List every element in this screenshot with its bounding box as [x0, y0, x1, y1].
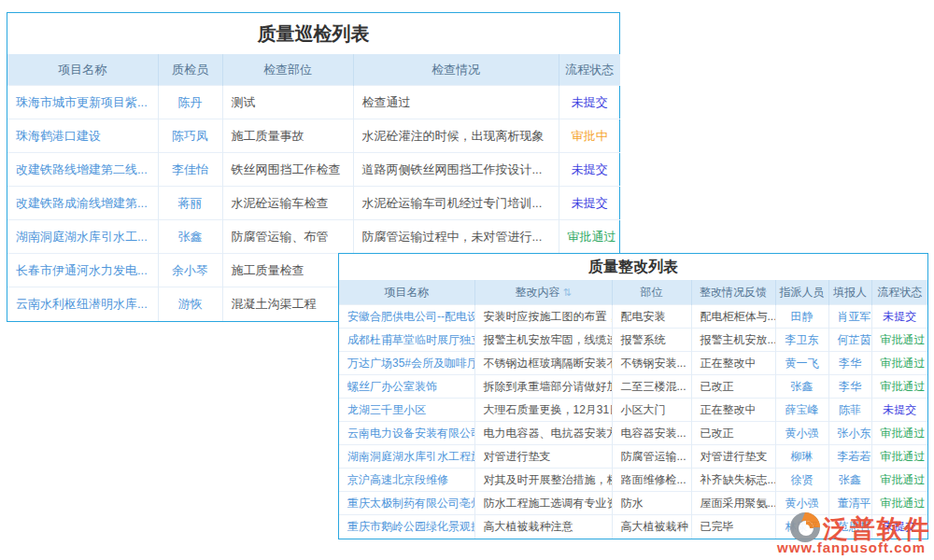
reporter-link[interactable]: 何芷茵	[828, 329, 871, 352]
status-badge: 未提交	[871, 305, 927, 329]
table-row: 珠海鹤港口建设陈巧凤施工质量事故水泥砼灌注的时候，出现离析现象审批中	[7, 119, 620, 153]
watermark-url-text: www.fanpusoft.com	[777, 539, 926, 555]
project-link[interactable]: 湖南洞庭湖水库引水工程施工标	[339, 445, 474, 469]
inspected-part-cell: 测试	[222, 86, 353, 119]
project-link[interactable]: 螺丝厂办公室装饰	[339, 375, 474, 399]
table-row: 螺丝厂办公室装饰拆除到承重墙部分请做好加固...二至三楼混...已改正张鑫李华审…	[339, 375, 927, 399]
project-link[interactable]: 万达广场35#会所及咖啡厅空...	[339, 352, 474, 375]
feedback-cell: 补齐缺失标志...	[691, 469, 775, 492]
table-row: 湖南洞庭湖水库引水工...张鑫防腐管运输、布管防腐管运输过程中，未对管进行...…	[7, 220, 620, 254]
inspected-part-cell: 水泥砼运输车检查	[222, 187, 353, 220]
part-cell: 电容器安装...	[612, 422, 691, 445]
part-cell: 配电安装	[612, 305, 691, 329]
reporter-link[interactable]: 张小东	[828, 422, 871, 445]
reporter-link[interactable]: 范思哲	[828, 515, 871, 539]
part-cell: 防腐管运输...	[612, 445, 691, 469]
table-row: 成都杜甫草堂临时展厅独立展...报警主机安放牢固，线缆连接...报警系统报警主机…	[339, 329, 927, 352]
table-row: 改建铁路线增建第二线...李佳怡铁丝网围挡工作检查道路两侧铁丝网围挡工作按设计.…	[7, 153, 620, 187]
rectify-content-cell: 拆除到承重墙部分请做好加固...	[474, 375, 612, 399]
project-link[interactable]: 改建铁路成渝线增建第...	[7, 187, 158, 220]
rectify-content-cell: 大理石质量更换，12月31日之...	[474, 399, 612, 422]
col-header-inspector: 质检员	[158, 54, 222, 86]
assignee-link[interactable]: 徐贤	[775, 469, 828, 492]
feedback-cell: 已改正	[691, 375, 775, 399]
assignee-link[interactable]: 张鑫	[775, 375, 828, 399]
project-link[interactable]: 珠海鹤港口建设	[7, 119, 158, 153]
table-row: 万达广场35#会所及咖啡厅空...不锈钢边框玻璃隔断安装不牢...不锈钢安装..…	[339, 352, 927, 375]
project-link[interactable]: 重庆太极制药有限公司亳州中...	[339, 492, 474, 515]
reporter-link[interactable]: 李华	[828, 352, 871, 375]
col-header-rectify-content[interactable]: 整改内容⇅	[474, 280, 612, 305]
table-row: 改建铁路成渝线增建第...蒋丽水泥砼运输车检查水泥砼运输车司机经过专门培训...…	[7, 187, 620, 220]
inspected-part-cell: 施工质量事故	[222, 119, 353, 153]
project-link[interactable]: 改建铁路线增建第二线...	[7, 153, 158, 187]
reporter-link[interactable]: 陈菲	[828, 399, 871, 422]
table-row: 云南电力设备安装有限公司20...电力电容器、电抗器安装方案,...电容器安装.…	[339, 422, 927, 445]
project-link[interactable]: 成都杜甫草堂临时展厅独立展...	[339, 329, 474, 352]
inspector-link[interactable]: 陈巧凤	[158, 119, 222, 153]
inspection-situation-cell: 道路两侧铁丝网围挡工作按设计...	[353, 153, 559, 187]
sort-icon[interactable]: ⇅	[562, 287, 571, 298]
rectify-content-cell: 对管进行垫支	[474, 445, 612, 469]
reporter-link[interactable]: 张鑫	[828, 469, 871, 492]
inspected-part-cell: 混凝土沟渠工程	[222, 287, 353, 321]
inspected-part-cell: 铁丝网围挡工作检查	[222, 153, 353, 187]
reporter-link[interactable]: 董清平	[828, 492, 871, 515]
assignee-link[interactable]: 林康平	[775, 515, 828, 539]
assignee-link[interactable]: 黄一飞	[775, 352, 828, 375]
part-cell: 小区大门	[612, 399, 691, 422]
assignee-link[interactable]: 薛宝峰	[775, 399, 828, 422]
feedback-cell: 已改正	[691, 422, 775, 445]
project-link[interactable]: 长春市伊通河水力发电...	[7, 254, 158, 287]
reporter-link[interactable]: 李华	[828, 375, 871, 399]
col-header-feedback: 整改情况反馈	[691, 280, 775, 305]
assignee-link[interactable]: 李卫东	[775, 329, 828, 352]
inspection-situation-cell: 水泥砼运输车司机经过专门培训...	[353, 187, 559, 220]
table-row: 湖南洞庭湖水库引水工程施工标对管进行垫支防腐管运输...对管进行垫支柳琳李若若审…	[339, 445, 927, 469]
inspector-link[interactable]: 张鑫	[158, 220, 222, 254]
inspected-part-cell: 防腐管运输、布管	[222, 220, 353, 254]
reporter-link[interactable]: 李若若	[828, 445, 871, 469]
rectification-list-title: 质量整改列表	[339, 254, 927, 280]
inspector-link[interactable]: 余小琴	[158, 254, 222, 287]
status-badge: 未提交	[871, 515, 927, 539]
col-header-inspection-situation: 检查情况	[353, 54, 559, 86]
assignee-link[interactable]: 黄小强	[775, 492, 828, 515]
col-header-assignee: 指派人员	[775, 280, 828, 305]
feedback-cell: 屋面采用聚氨...	[691, 492, 775, 515]
col-header-project-name: 项目名称	[7, 54, 158, 86]
project-link[interactable]: 重庆市鹅岭公园绿化景观提升...	[339, 515, 474, 539]
col-header-inspected-part: 检查部位	[222, 54, 353, 86]
feedback-cell: 配电柜柜体与...	[691, 305, 775, 329]
rectify-content-cell: 防水工程施工选调有专业资质...	[474, 492, 612, 515]
reporter-link[interactable]: 肖亚军	[828, 305, 871, 329]
rectification-table: 项目名称 整改内容⇅ 部位 整改情况反馈 指派人员 填报人 流程状态 安徽合肥供…	[339, 280, 927, 539]
project-link[interactable]: 云南水利枢纽潜明水库...	[7, 287, 158, 321]
part-cell: 二至三楼混...	[612, 375, 691, 399]
inspection-situation-cell: 水泥砼灌注的时候，出现离析现象	[353, 119, 559, 153]
inspector-link[interactable]: 陈丹	[158, 86, 222, 119]
assignee-link[interactable]: 黄小强	[775, 422, 828, 445]
rectify-content-cell: 报警主机安放牢固，线缆连接...	[474, 329, 612, 352]
assignee-link[interactable]: 田静	[775, 305, 828, 329]
status-badge: 未提交	[559, 86, 620, 119]
inspector-link[interactable]: 游恢	[158, 287, 222, 321]
inspector-link[interactable]: 蒋丽	[158, 187, 222, 220]
project-link[interactable]: 安徽合肥供电公司--配电设备...	[339, 305, 474, 329]
rectification-header-row: 项目名称 整改内容⇅ 部位 整改情况反馈 指派人员 填报人 流程状态	[339, 280, 927, 305]
project-link[interactable]: 龙湖三千里小区	[339, 399, 474, 422]
project-link[interactable]: 云南电力设备安装有限公司20...	[339, 422, 474, 445]
project-link[interactable]: 湖南洞庭湖水库引水工...	[7, 220, 158, 254]
status-badge: 审批通过	[871, 492, 927, 515]
project-link[interactable]: 京沪高速北京段维修	[339, 469, 474, 492]
assignee-link[interactable]: 柳琳	[775, 445, 828, 469]
col-header-process-status: 流程状态	[871, 280, 927, 305]
inspector-link[interactable]: 李佳怡	[158, 153, 222, 187]
project-link[interactable]: 珠海市城市更新项目紫...	[7, 86, 158, 119]
status-badge: 审批通过	[871, 352, 927, 375]
table-row: 珠海市城市更新项目紫...陈丹测试检查通过未提交	[7, 86, 620, 119]
part-cell: 不锈钢安装...	[612, 352, 691, 375]
rectify-content-cell: 电力电容器、电抗器安装方案,...	[474, 422, 612, 445]
col-header-process-status: 流程状态	[559, 54, 620, 86]
col-header-project-name: 项目名称	[339, 280, 474, 305]
